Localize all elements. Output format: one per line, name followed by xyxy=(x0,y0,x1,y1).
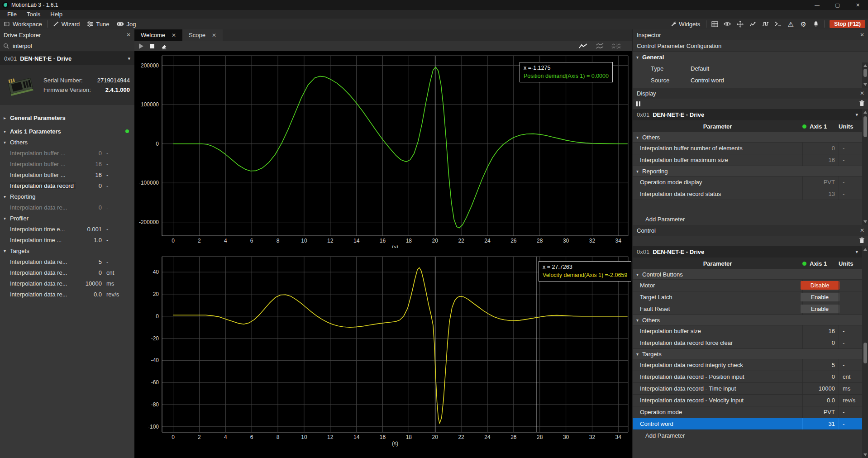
section-scrollbar[interactable] xyxy=(862,246,868,458)
menu-file[interactable]: File xyxy=(3,11,21,18)
table-group-control-buttons[interactable]: ▾Control Buttons xyxy=(633,269,862,280)
scrollbar-thumb[interactable] xyxy=(863,116,867,137)
maximize-button[interactable]: ▢ xyxy=(827,0,848,10)
table-row[interactable]: Operation mode displayPVT- xyxy=(633,177,862,188)
tree-param-row[interactable]: Interpolation data re...0.0rev/s xyxy=(0,289,134,300)
section-close-icon[interactable]: ✕ xyxy=(860,227,864,234)
table-row[interactable]: Interpolation data record force clear0- xyxy=(633,337,862,349)
tab-scope[interactable]: Scope ✕ xyxy=(182,29,223,41)
general-section-header[interactable]: ▾ General xyxy=(633,52,868,62)
tab-close-icon[interactable]: ✕ xyxy=(212,32,216,38)
gear-icon[interactable]: ⚙ xyxy=(797,19,809,29)
tree-param-row[interactable]: Interpolation data re...0cnt xyxy=(0,267,134,278)
pause-icon[interactable] xyxy=(636,101,640,106)
move-icon[interactable] xyxy=(734,19,746,29)
table-row[interactable]: Fault ResetEnable xyxy=(633,303,862,315)
scrollbar-thumb[interactable] xyxy=(863,69,867,77)
widgets-button[interactable]: Widgets xyxy=(667,21,704,28)
table-group-targets[interactable]: ▾Targets xyxy=(633,349,862,359)
tree-group-targets[interactable]: ▾Targets xyxy=(0,245,134,256)
velocity-demand-chart[interactable]: 40200-20-40-60-80-1000246810121416182022… xyxy=(134,248,632,458)
table-group-others[interactable]: ▾Others xyxy=(633,132,862,143)
table-row[interactable]: Interpolation data record - Time input10… xyxy=(633,383,862,395)
tree-param-row[interactable]: Interpolation data re...10000ms xyxy=(0,278,134,289)
eraser-icon[interactable] xyxy=(161,43,167,49)
tree-section-general-parameters[interactable]: ▸General Parameters xyxy=(0,112,134,123)
add-parameter-button[interactable]: Add Parameter xyxy=(633,214,862,225)
general-row-source[interactable]: Source Control word xyxy=(633,74,868,86)
tree-param-row[interactable]: Interpolation buffer ...16- xyxy=(0,158,134,169)
search-input[interactable] xyxy=(12,42,118,50)
position-demand-chart[interactable]: 2000001000000-100000-2000000246810121416… xyxy=(134,51,632,248)
table-row[interactable]: MotorDisable xyxy=(633,280,862,291)
tree-group-profiler[interactable]: ▾Profiler xyxy=(0,213,134,224)
table-icon[interactable] xyxy=(709,19,720,29)
play-icon[interactable] xyxy=(139,43,143,49)
jog-button[interactable]: Jog xyxy=(113,19,139,29)
table-row[interactable]: Interpolation data record integrity chec… xyxy=(633,359,862,371)
table-row[interactable]: Control word31- xyxy=(633,418,862,430)
inspector-close-icon[interactable]: ✕ xyxy=(860,32,864,38)
section-close-icon[interactable]: ✕ xyxy=(860,90,864,96)
table-group-reporting[interactable]: ▾Reporting xyxy=(633,166,862,177)
table-group-others[interactable]: ▾Others xyxy=(633,315,862,325)
record-stop-icon[interactable] xyxy=(150,44,154,48)
tree-param-row[interactable]: Interpolation data record force clear0- xyxy=(0,180,134,191)
warning-icon[interactable]: ⚠ xyxy=(785,19,796,29)
tree-param-row[interactable]: Interpolation data re...0- xyxy=(0,202,134,213)
chart-grid-icon[interactable] xyxy=(611,43,621,49)
scroll-up-icon[interactable] xyxy=(863,248,867,251)
add-parameter-button[interactable]: Add Parameter xyxy=(633,430,862,441)
table-row[interactable]: Operation modePVT- xyxy=(633,406,862,418)
close-button[interactable]: ✕ xyxy=(848,0,868,10)
drive-selector[interactable]: 0x01 DEN-NET-E - Drive ▾ xyxy=(0,52,134,65)
table-row[interactable]: Interpolation data record status13- xyxy=(633,188,862,200)
trash-icon[interactable] xyxy=(859,100,865,108)
wizard-button[interactable]: Wizard xyxy=(49,19,83,29)
table-row[interactable]: Interpolation data record - Velocity inp… xyxy=(633,395,862,406)
table-drive-selector[interactable]: 0x01DEN-NET-E - Drive▾ xyxy=(633,109,862,120)
tree-param-row[interactable]: Interpolation time e...0.001- xyxy=(0,224,134,234)
menu-help[interactable]: Help xyxy=(46,11,67,18)
tree-section-axis-1-parameters[interactable]: ▾Axis 1 Parameters xyxy=(0,126,134,137)
table-drive-selector[interactable]: 0x01DEN-NET-E - Drive▾ xyxy=(633,246,862,258)
table-row[interactable]: Interpolation buffer size16- xyxy=(633,325,862,337)
line-chart-icon[interactable] xyxy=(747,19,758,29)
terminal-icon[interactable] xyxy=(772,19,784,29)
scroll-up-icon[interactable] xyxy=(863,64,867,67)
scroll-up-icon[interactable] xyxy=(863,111,867,114)
enable-button[interactable]: Enable xyxy=(801,305,839,313)
table-row[interactable]: Interpolation buffer number of elements0… xyxy=(633,143,862,154)
disable-button[interactable]: Disable xyxy=(801,281,839,290)
scroll-down-icon[interactable] xyxy=(863,83,867,86)
tune-button[interactable]: Tune xyxy=(83,19,113,29)
chart-single-icon[interactable] xyxy=(579,43,588,49)
scrollbar-thumb[interactable] xyxy=(863,343,867,363)
scroll-down-icon[interactable] xyxy=(863,453,867,456)
table-row[interactable]: Target LatchEnable xyxy=(633,291,862,303)
tab-close-icon[interactable]: ✕ xyxy=(172,32,176,38)
tab-welcome[interactable]: Welcome ✕ xyxy=(134,29,182,41)
menu-tools[interactable]: Tools xyxy=(22,11,45,18)
tree-param-row[interactable]: Interpolation data re...5- xyxy=(0,256,134,267)
eye-icon[interactable] xyxy=(721,19,733,29)
drive-explorer-close-icon[interactable]: ✕ xyxy=(126,32,131,38)
minimize-button[interactable]: — xyxy=(807,0,827,10)
tree-group-others[interactable]: ▾Others xyxy=(0,137,134,148)
workspace-button[interactable]: Workspace xyxy=(0,19,46,29)
stop-f12-button[interactable]: Stop (F12) xyxy=(830,20,865,28)
tree-param-row[interactable]: Interpolation buffer ...0- xyxy=(0,148,134,158)
scroll-down-icon[interactable] xyxy=(863,220,867,223)
chart-stacked-icon[interactable] xyxy=(595,43,604,49)
tree-param-row[interactable]: Interpolation time ...1.0- xyxy=(0,234,134,245)
trash-icon[interactable] xyxy=(859,237,865,245)
enable-button[interactable]: Enable xyxy=(801,293,839,301)
bell-icon[interactable] xyxy=(810,19,822,29)
section-scrollbar[interactable] xyxy=(862,109,868,225)
table-row[interactable]: Interpolation data record - Position inp… xyxy=(633,371,862,383)
signal-icon[interactable] xyxy=(759,19,771,29)
general-row-type[interactable]: Type Default xyxy=(633,62,868,74)
tree-group-reporting[interactable]: ▾Reporting xyxy=(0,191,134,202)
table-row[interactable]: Interpolation buffer maximum size16- xyxy=(633,154,862,166)
tree-param-row[interactable]: Interpolation buffer ...16- xyxy=(0,169,134,180)
